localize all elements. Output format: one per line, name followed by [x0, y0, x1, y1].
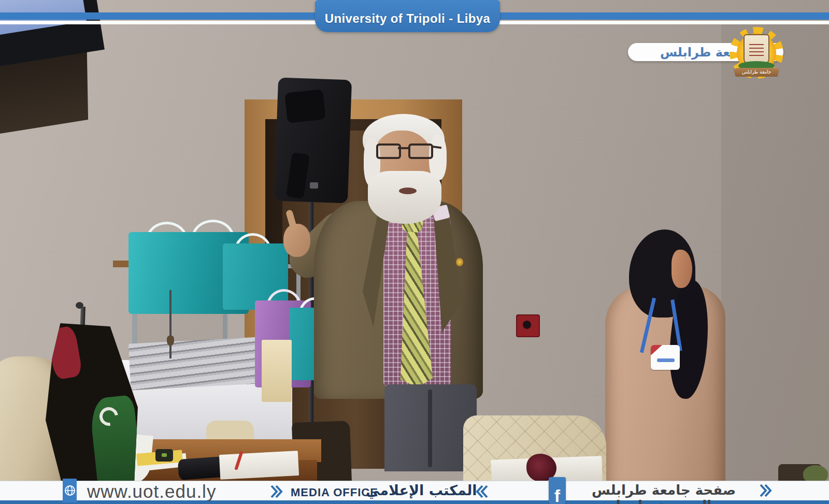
attendee-face — [671, 250, 692, 288]
website-url: www.uot.edu.ly — [87, 481, 216, 502]
lapel-pin — [456, 258, 463, 266]
facebook-page-title: صفحة جامعة طرابلس الرسمية - ليبيا — [570, 482, 757, 504]
eyeglasses — [408, 143, 433, 159]
flag-green-stripe — [89, 395, 142, 487]
fire-alarm-box — [516, 314, 540, 337]
stand-weight — [167, 336, 174, 346]
stand-leg — [169, 290, 171, 358]
double-chevron-left-icon — [475, 484, 489, 499]
wall-shading — [721, 24, 829, 481]
libya-flag — [46, 323, 138, 485]
double-chevron-right-icon — [269, 484, 284, 499]
black-case — [178, 456, 225, 480]
university-emblem: جامعة طرابلس — [730, 27, 783, 79]
media-office-label-en: MEDIA OFFICE — [291, 486, 378, 499]
speaker-hand — [283, 224, 310, 257]
speaker-beard — [368, 171, 441, 224]
facebook-icon: f — [549, 477, 566, 504]
eyeglasses-bridge — [398, 147, 409, 149]
speaker-logo — [310, 182, 318, 189]
key-fob — [155, 449, 173, 462]
globe-icon — [63, 479, 77, 502]
eyeglasses — [376, 143, 401, 159]
speaker-grille — [284, 89, 326, 123]
double-chevron-right-icon — [759, 483, 773, 498]
facebook-f: f — [554, 487, 560, 504]
photo-frame: University of Tripoli - Libya جامعة طراب… — [0, 0, 829, 504]
flag-red-stripe — [47, 325, 83, 380]
plant — [803, 465, 828, 483]
banner-title: University of Tripoli - Libya — [325, 11, 491, 32]
id-badge — [651, 345, 680, 370]
speaker-mouth — [399, 188, 417, 194]
media-office-label-ar: المكتب الإعلامي — [366, 482, 477, 498]
title-banner: University of Tripoli - Libya — [315, 0, 500, 32]
gift-bag-cream — [262, 340, 292, 402]
papers — [219, 451, 299, 480]
flag-pole-finial — [76, 302, 83, 309]
emblem-inscription — [749, 41, 764, 56]
emblem-ribbon: جامعة طرابلس — [734, 68, 779, 77]
